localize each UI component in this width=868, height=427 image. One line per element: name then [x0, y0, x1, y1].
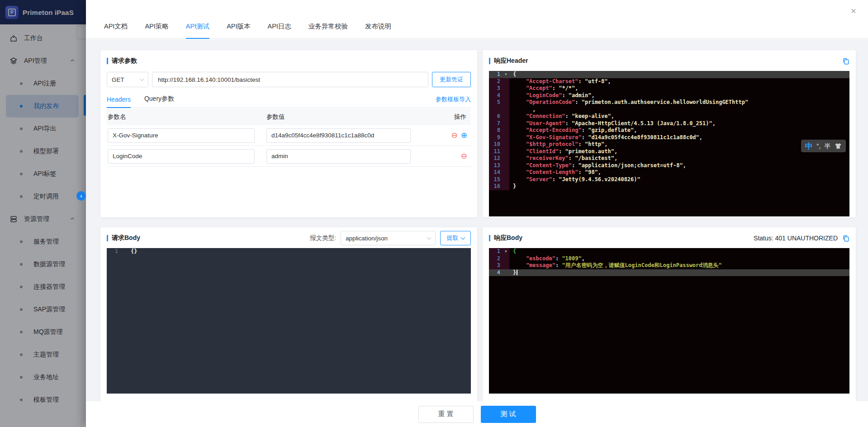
- code-line: 1▼{: [489, 71, 849, 78]
- code-line: 15 "Server": "Jetty(9.4.56.v20240826)": [489, 176, 849, 183]
- sidebar-item-SAP源管理[interactable]: SAP源管理: [0, 298, 86, 321]
- code-text: }: [509, 269, 517, 277]
- sidebar-item-主题管理[interactable]: 主题管理: [0, 343, 86, 366]
- copy-icon[interactable]: [842, 57, 849, 65]
- title-bar-accent: [107, 235, 108, 241]
- code-text: "receiverKey": "/basictest",: [509, 155, 617, 162]
- code-line: 1▼{: [489, 248, 849, 255]
- code-line: 9 "X-Gov-Signature": "d14a9c05f4cc4e8f93…: [489, 134, 849, 141]
- code-line: 14 "Content-Length": "98",: [489, 169, 849, 176]
- sidebar-item-定时调用[interactable]: 定时调用: [0, 185, 86, 208]
- line-number: 5: [489, 99, 503, 106]
- line-number: 4: [489, 92, 503, 99]
- update-credential-button[interactable]: 更新凭证: [432, 72, 471, 87]
- ime-punctuation-icon[interactable]: °,: [816, 143, 821, 149]
- sidebar-item-模型部署[interactable]: 模型部署: [0, 140, 86, 163]
- test-button[interactable]: 测 试: [481, 406, 536, 423]
- param-value-input[interactable]: [266, 128, 411, 143]
- param-name-input[interactable]: [108, 128, 255, 143]
- sidebar-item-资源管理[interactable]: 资源管理: [0, 208, 86, 230]
- sidebar-item-连接器管理[interactable]: 连接器管理: [0, 276, 86, 298]
- sidebar-item-API注册[interactable]: API注册: [0, 72, 86, 95]
- ime-toolbar[interactable]: 中 °, 半: [801, 140, 846, 152]
- sidebar-item-label: 业务地址: [33, 373, 59, 381]
- sidebar-item-label: API管理: [24, 57, 47, 65]
- extract-label: 提取: [447, 234, 459, 242]
- sidebar-item-服务管理[interactable]: 服务管理: [0, 230, 86, 253]
- sidebar-item-label: 主题管理: [33, 351, 59, 359]
- sidebar-collapse-button[interactable]: ‹: [76, 191, 86, 201]
- ime-chinese-mode-icon[interactable]: 中: [805, 142, 813, 150]
- fold-gutter: [503, 120, 509, 127]
- tab-API日志[interactable]: API日志: [268, 22, 291, 39]
- fold-gutter: [503, 85, 509, 92]
- reset-button[interactable]: 重 置: [418, 406, 474, 423]
- text-cursor: [517, 270, 517, 275]
- tab-API版本[interactable]: API版本: [227, 22, 250, 39]
- tab-API策略[interactable]: API策略: [145, 22, 168, 39]
- drawer-tabbar: API文档API策略API测试API版本API日志业务异常校验发布说明: [86, 0, 868, 39]
- tab-发布说明[interactable]: 发布说明: [365, 22, 391, 39]
- bullet-icon: [20, 353, 23, 356]
- code-text: "ClientId": "primeton.auth",: [509, 148, 617, 155]
- response-header-editor[interactable]: 1▼{2 "Accept-Charset": "utf-8",3 "Accept…: [489, 71, 849, 216]
- sidebar-item-我的发布[interactable]: 我的发布: [6, 95, 79, 117]
- code-text: "X-Gov-Signature": "d14a9c05f4cc4e8f9308…: [509, 134, 702, 141]
- code-text: "Accept": "*/*",: [509, 85, 579, 92]
- sidebar-item-数据源管理[interactable]: 数据源管理: [0, 253, 86, 276]
- add-row-icon[interactable]: ⊕: [461, 131, 467, 140]
- sidebar-item-label: 模型部署: [33, 147, 59, 155]
- sidebar-item-模板管理[interactable]: 模板管理: [0, 389, 86, 411]
- request-body-editor[interactable]: 1{}: [107, 248, 471, 394]
- method-select[interactable]: GET: [107, 72, 148, 87]
- remove-row-icon[interactable]: ⊖: [451, 131, 458, 140]
- sidebar-item-API管理[interactable]: API管理: [0, 50, 86, 72]
- content-type-select[interactable]: application/json: [341, 231, 436, 245]
- code-line: ,: [489, 106, 849, 113]
- subtab-Headers[interactable]: Headers: [107, 96, 131, 108]
- sidebar-item-label: API导出: [33, 125, 57, 133]
- code-text: "Accept-Encoding": "gzip,deflate",: [509, 127, 637, 134]
- sidebar-item-label: MQ源管理: [33, 328, 63, 336]
- drawer-footer: 重 置 测 试: [86, 401, 868, 427]
- param-value-input[interactable]: [266, 149, 411, 164]
- sidebar-nav: 工作台API管理API注册我的发布API导出模型部署API标签定时调用资源管理服…: [0, 24, 86, 411]
- code-line: 12 "receiverKey": "/basictest",: [489, 155, 849, 162]
- url-input[interactable]: [152, 72, 428, 87]
- line-number: 2: [489, 255, 503, 263]
- fold-caret-icon[interactable]: ▼: [503, 71, 509, 78]
- copy-icon[interactable]: [842, 235, 849, 242]
- sidebar-item-工作台[interactable]: 工作台: [0, 27, 86, 50]
- ime-halfwidth-icon[interactable]: 半: [825, 143, 831, 149]
- fold-caret-icon[interactable]: ▼: [503, 248, 509, 255]
- code-text: ,: [509, 106, 536, 113]
- remove-row-icon[interactable]: ⊖: [461, 152, 467, 160]
- code-line: 4 "LoginCode": "admin",: [489, 92, 849, 99]
- param-name-input[interactable]: [108, 149, 255, 164]
- sidebar-item-API标签[interactable]: API标签: [0, 163, 86, 185]
- sidebar-item-label: 工作台: [24, 34, 43, 42]
- sidebar-item-MQ源管理[interactable]: MQ源管理: [0, 321, 86, 343]
- template-import-link[interactable]: 参数模板导入: [436, 95, 471, 108]
- response-body-editor[interactable]: 1▼{2 "esbcode": "1009",3 "message": "用户名…: [489, 248, 849, 394]
- drawer-content: 请求参数 GET 更新凭证 HeadersQuery参数参数模板导入 参数名参数…: [86, 39, 868, 401]
- subtab-Query参数[interactable]: Query参数: [144, 95, 174, 108]
- line-number: 11: [489, 148, 503, 155]
- code-text: {: [509, 71, 516, 78]
- code-line: 2 "Accept-Charset": "utf-8",: [489, 78, 849, 85]
- code-text: {: [509, 248, 516, 255]
- ime-skin-icon[interactable]: [835, 143, 842, 149]
- code-line: 7 "User-Agent": "Apache-HttpClient/4.5.1…: [489, 120, 849, 127]
- bullet-icon: [20, 286, 23, 288]
- tab-API文档[interactable]: API文档: [104, 22, 128, 39]
- code-text: "Connection": "keep-alive",: [509, 113, 614, 120]
- sidebar-item-label: SAP源管理: [33, 305, 65, 314]
- extract-button[interactable]: 提取: [440, 231, 471, 245]
- code-line: 11 "ClientId": "primeton.auth",: [489, 148, 849, 155]
- sidebar-item-业务地址[interactable]: 业务地址: [0, 366, 86, 389]
- sidebar-item-API导出[interactable]: API导出: [0, 117, 86, 140]
- request-body-card: 请求Body 报文类型: application/json 提取 1{}: [100, 227, 477, 402]
- code-text: "$http_protocol": "http",: [509, 141, 608, 148]
- tab-业务异常校验[interactable]: 业务异常校验: [308, 22, 348, 39]
- tab-API测试[interactable]: API测试: [186, 22, 209, 39]
